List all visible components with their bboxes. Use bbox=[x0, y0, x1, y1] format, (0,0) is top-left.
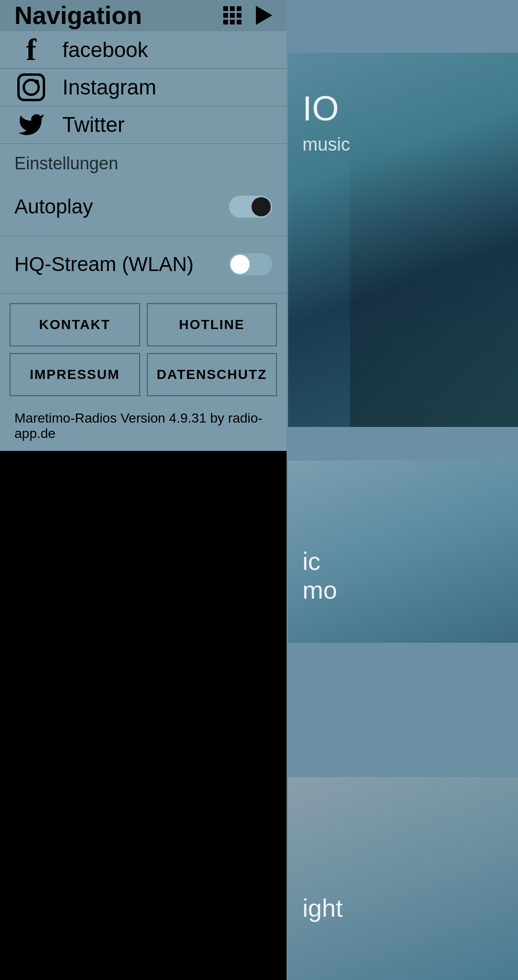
nav-item-instagram[interactable]: Instagram bbox=[0, 69, 287, 106]
nav-item-facebook[interactable]: f facebook bbox=[0, 31, 287, 69]
hq-stream-toggle[interactable] bbox=[229, 253, 272, 275]
hotline-button[interactable]: HOTLINE bbox=[147, 303, 277, 346]
action-buttons: KONTAKT HOTLINE IMPRESSUM DATENSCHUTZ bbox=[0, 294, 287, 401]
autoplay-label: Autoplay bbox=[14, 195, 93, 218]
image-text-io: IO bbox=[302, 91, 339, 126]
grid-icon[interactable] bbox=[223, 6, 241, 24]
facebook-label: facebook bbox=[62, 38, 148, 62]
nav-drawer: Navigation f facebook Instagram Tw bbox=[0, 0, 287, 451]
image-text-ic: ic bbox=[302, 547, 321, 576]
settings-label: Einstellungen bbox=[0, 144, 287, 178]
hq-stream-item: HQ-Stream (WLAN) bbox=[0, 236, 287, 294]
top-image-area: IO music bbox=[288, 53, 518, 427]
image-text-music: music bbox=[302, 134, 350, 155]
hq-stream-label: HQ-Stream (WLAN) bbox=[14, 253, 193, 276]
play-icon[interactable] bbox=[256, 6, 272, 25]
datenschutz-button[interactable]: DATENSCHUTZ bbox=[147, 353, 277, 396]
bot-image-area: ight bbox=[288, 777, 518, 980]
twitter-label: Twitter bbox=[62, 113, 125, 137]
impressum-button[interactable]: IMPRESSUM bbox=[10, 353, 140, 396]
version-text: Maretimo-Radios Version 4.9.31 by radio-… bbox=[0, 401, 287, 451]
image-text-mo: mo bbox=[302, 576, 337, 604]
kontakt-button[interactable]: KONTAKT bbox=[10, 303, 140, 346]
instagram-label: Instagram bbox=[62, 75, 157, 99]
nav-title: Navigation bbox=[14, 1, 142, 30]
autoplay-item: Autoplay bbox=[0, 178, 287, 236]
mid-image-area: ic mo bbox=[288, 460, 518, 643]
nav-item-twitter[interactable]: Twitter bbox=[0, 106, 287, 144]
twitter-icon bbox=[14, 108, 48, 142]
drawer-header: Navigation bbox=[0, 0, 287, 31]
image-text-ight: ight bbox=[302, 894, 343, 922]
instagram-icon bbox=[14, 71, 48, 104]
autoplay-toggle[interactable] bbox=[229, 196, 272, 218]
header-icons bbox=[223, 6, 272, 25]
facebook-icon: f bbox=[14, 33, 48, 67]
settings-section: Einstellungen Autoplay HQ-Stream (WLAN) bbox=[0, 144, 287, 294]
black-bottom bbox=[0, 451, 287, 980]
